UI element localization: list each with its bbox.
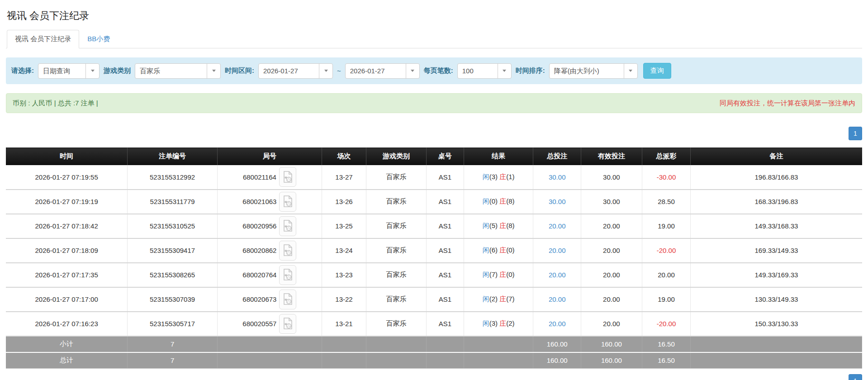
total-bet-link[interactable]: 20.00 (549, 271, 566, 279)
pagination-bottom: 1 (6, 374, 862, 380)
session-cell: 13-25 (322, 214, 366, 238)
round-cell: 680020673 (217, 287, 322, 312)
date-from-select[interactable]: 2026-01-27 (258, 63, 333, 79)
date-range-label: 时间区间: (225, 66, 254, 75)
betting-records-table: 时间 注单编号 局号 场次 游戏类别 桌号 结果 总投注 有效投注 总派彩 备注… (6, 147, 862, 369)
result-cell: 闲(2) 庄(7) (464, 287, 533, 312)
video-record-button[interactable] (279, 241, 296, 261)
sort-order-label: 时间排序: (516, 66, 545, 75)
total-bet-cell: 20.00 (533, 263, 581, 287)
result-cell: 闲(7) 庄(0) (464, 263, 533, 287)
page-size-select[interactable]: 100 (457, 63, 512, 79)
subtotal-label: 小计 (6, 336, 128, 352)
banker-result: 庄 (499, 319, 506, 327)
video-record-icon (283, 318, 293, 330)
video-record-button[interactable] (279, 265, 296, 285)
round-id: 680020956 (242, 222, 276, 230)
video-record-button[interactable] (279, 216, 296, 236)
valid-bet-cell: 20.00 (581, 214, 642, 238)
total-bet-cell: 20.00 (533, 238, 581, 263)
note-cell: 150.33/130.33 (691, 312, 862, 336)
subtotal-total-bet: 160.00 (533, 336, 581, 352)
valid-bet-cell: 30.00 (581, 190, 642, 214)
tab-bb-tip[interactable]: BB小费 (79, 30, 118, 48)
time-cell: 2026-01-27 07:17:35 (6, 263, 128, 287)
date-from-value: 2026-01-27 (259, 64, 319, 78)
total-payout: 16.50 (642, 352, 691, 369)
banker-result: 庄 (499, 271, 506, 278)
total-bet-link[interactable]: 20.00 (549, 222, 566, 230)
payout-cell: 19.00 (642, 287, 691, 312)
round-id: 680021164 (243, 173, 276, 181)
round-cell: 680020764 (217, 263, 322, 287)
query-type-select[interactable]: 日期查询 (38, 63, 100, 79)
chevron-down-icon (406, 64, 419, 78)
game-type-label: 游戏类别 (104, 66, 131, 75)
table-no-cell: AS1 (426, 238, 464, 263)
page-size-value: 100 (458, 64, 498, 78)
video-record-button[interactable] (279, 167, 296, 187)
payout-cell: -20.00 (642, 312, 691, 336)
tab-betting-records[interactable]: 视讯 会员下注纪录 (7, 30, 79, 48)
valid-bet-cell: 20.00 (581, 263, 642, 287)
time-cell: 2026-01-27 07:19:55 (6, 165, 128, 190)
table-row: 2026-01-27 07:16:23 523155305717 6800205… (6, 312, 862, 336)
player-result: 闲 (483, 295, 489, 303)
date-to-select[interactable]: 2026-01-27 (345, 63, 420, 79)
round-id: 680020673 (242, 295, 276, 303)
page-1-button[interactable]: 1 (849, 374, 862, 380)
page-1-button[interactable]: 1 (849, 127, 862, 140)
bet-id-cell: 523155307039 (128, 287, 218, 312)
total-bet-link[interactable]: 30.00 (549, 173, 566, 181)
currency-total-summary: 币别 : 人民币 | 总共 :7 注单 | (13, 99, 98, 108)
chevron-down-icon (85, 64, 99, 78)
total-bet-link[interactable]: 20.00 (549, 320, 566, 328)
subtotal-row: 小计 7 160.00 160.00 16.50 (6, 336, 862, 352)
table-row: 2026-01-27 07:18:42 523155310525 6800209… (6, 214, 862, 238)
table-no-cell: AS1 (426, 190, 464, 214)
game-type-cell: 百家乐 (366, 238, 426, 263)
game-type-cell: 百家乐 (366, 312, 426, 336)
player-result: 闲 (483, 271, 489, 278)
header-round: 局号 (217, 148, 322, 165)
total-bet-link[interactable]: 20.00 (549, 295, 566, 303)
total-bet-cell: 20.00 (533, 214, 581, 238)
sort-order-select[interactable]: 降幂(由大到小) (549, 63, 638, 79)
game-type-cell: 百家乐 (366, 190, 426, 214)
round-id: 680020764 (242, 271, 276, 279)
bet-id-cell: 523155312992 (128, 165, 218, 190)
valid-bet-cell: 20.00 (581, 238, 642, 263)
video-record-button[interactable] (279, 290, 296, 309)
banker-result: 庄 (499, 197, 506, 205)
payout-cell: 28.50 (642, 190, 691, 214)
total-bet-link[interactable]: 20.00 (549, 247, 566, 254)
banker-result: 庄 (499, 246, 506, 254)
video-record-button[interactable] (279, 192, 296, 212)
header-result: 结果 (464, 148, 533, 165)
video-record-button[interactable] (279, 314, 296, 334)
note-cell: 196.83/166.83 (691, 165, 862, 190)
total-bet-link[interactable]: 30.00 (549, 198, 566, 205)
chevron-down-icon (498, 64, 511, 78)
filter-bar: 请选择: 日期查询 游戏类别 百家乐 时间区间: 2026-01-27 ~ 20… (6, 57, 862, 84)
header-valid-bet: 有效投注 (581, 148, 642, 165)
round-cell: 680020862 (217, 238, 322, 263)
game-type-select[interactable]: 百家乐 (135, 63, 221, 79)
game-type-cell: 百家乐 (366, 287, 426, 312)
bet-id-cell: 523155311779 (128, 190, 218, 214)
summary-bar: 币别 : 人民币 | 总共 :7 注单 | 同局有效投注，统一计算在该局第一张注… (6, 93, 862, 113)
chevron-down-icon (624, 64, 637, 78)
valid-bet-cell: 20.00 (581, 287, 642, 312)
banker-result: 庄 (499, 173, 506, 180)
result-cell: 闲(6) 庄(0) (464, 238, 533, 263)
header-time: 时间 (6, 148, 128, 165)
tab-bar: 视讯 会员下注纪录 BB小费 (6, 30, 862, 48)
sort-order-value: 降幂(由大到小) (550, 64, 624, 78)
video-record-icon (283, 220, 293, 232)
bet-id-cell: 523155305717 (128, 312, 218, 336)
table-no-cell: AS1 (426, 214, 464, 238)
search-button[interactable]: 查询 (643, 63, 671, 79)
round-id: 680020862 (242, 247, 276, 254)
total-count: 7 (128, 352, 218, 369)
total-bet-cell: 20.00 (533, 312, 581, 336)
